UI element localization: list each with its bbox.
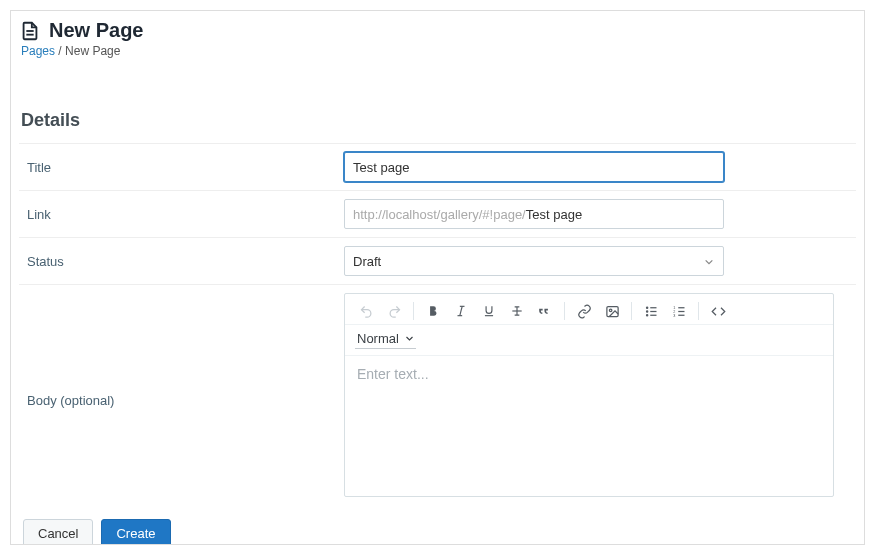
- rich-text-editor: 123 Normal Enter text...: [344, 293, 834, 497]
- toolbar-separator: [564, 302, 565, 320]
- bullet-list-icon[interactable]: [640, 300, 662, 322]
- toolbar-separator: [413, 302, 414, 320]
- undo-icon[interactable]: [355, 300, 377, 322]
- form-row-link: Link http://localhost/gallery/#!page/Tes…: [19, 190, 856, 237]
- breadcrumb: Pages / New Page: [21, 44, 856, 58]
- link-value: Test page: [526, 207, 582, 222]
- numbered-list-icon[interactable]: 123: [668, 300, 690, 322]
- italic-icon[interactable]: [450, 300, 472, 322]
- strikethrough-icon[interactable]: [506, 300, 528, 322]
- svg-point-8: [609, 309, 612, 312]
- title-input[interactable]: [344, 152, 724, 182]
- toolbar-separator: [631, 302, 632, 320]
- create-button[interactable]: Create: [101, 519, 170, 545]
- label-body: Body (optional): [19, 293, 344, 408]
- link-icon[interactable]: [573, 300, 595, 322]
- breadcrumb-separator: /: [55, 44, 65, 58]
- svg-point-10: [646, 310, 647, 311]
- label-link: Link: [19, 207, 344, 222]
- format-value: Normal: [357, 331, 399, 346]
- breadcrumb-root-link[interactable]: Pages: [21, 44, 55, 58]
- editor-body[interactable]: Enter text...: [345, 356, 833, 496]
- form-row-body: Body (optional): [19, 284, 856, 505]
- section-heading-details: Details: [21, 110, 856, 131]
- cancel-button[interactable]: Cancel: [23, 519, 93, 545]
- form-actions: Cancel Create: [19, 519, 856, 545]
- form-row-status: Status Draft: [19, 237, 856, 284]
- chevron-down-icon: [405, 334, 414, 343]
- code-icon[interactable]: [707, 300, 729, 322]
- bold-icon[interactable]: [422, 300, 444, 322]
- image-icon[interactable]: [601, 300, 623, 322]
- quote-icon[interactable]: [534, 300, 556, 322]
- label-status: Status: [19, 254, 344, 269]
- label-title: Title: [19, 160, 344, 175]
- svg-point-11: [646, 314, 647, 315]
- editor-format-row: Normal: [345, 325, 833, 356]
- svg-text:3: 3: [673, 313, 675, 317]
- format-select[interactable]: Normal: [355, 329, 416, 349]
- toolbar-separator: [698, 302, 699, 320]
- page-container: New Page Pages / New Page Details Title …: [10, 10, 865, 545]
- redo-icon[interactable]: [383, 300, 405, 322]
- form-row-title: Title: [19, 143, 856, 190]
- underline-icon[interactable]: [478, 300, 500, 322]
- page-header: New Page: [19, 19, 856, 42]
- status-value: Draft: [353, 254, 381, 269]
- editor-toolbar: 123: [345, 294, 833, 325]
- link-prefix: http://localhost/gallery/#!page/: [353, 207, 526, 222]
- page-title: New Page: [49, 19, 143, 42]
- link-input[interactable]: http://localhost/gallery/#!page/Test pag…: [344, 199, 724, 229]
- svg-line-4: [460, 306, 462, 315]
- breadcrumb-current: New Page: [65, 44, 120, 58]
- svg-point-9: [646, 307, 647, 308]
- document-icon: [19, 20, 41, 42]
- status-select[interactable]: Draft: [344, 246, 724, 276]
